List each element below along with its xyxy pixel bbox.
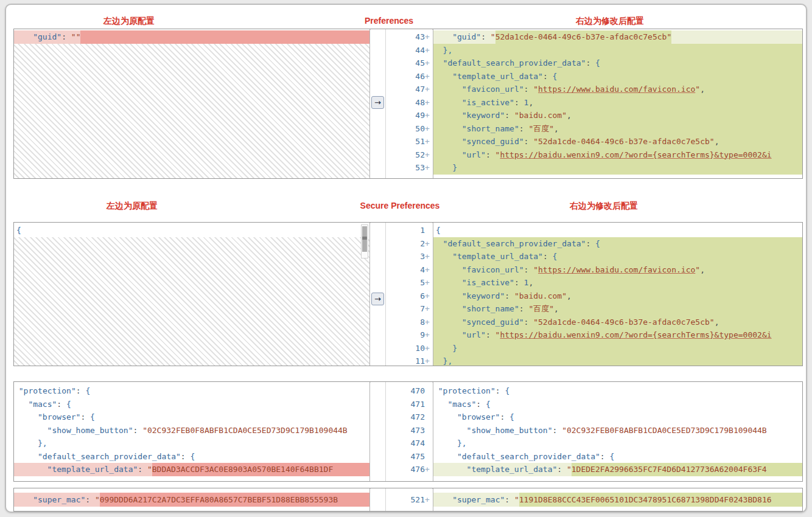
code-line: }, xyxy=(14,437,369,450)
line-number-gutter: 470471472473474475476+ xyxy=(371,382,432,481)
label-right-modified: 右边为修改后配置 xyxy=(549,200,659,212)
line-number: 44+ xyxy=(371,44,432,57)
code-line: "synced_guid": "52da1cde-0464-49c6-b37e-… xyxy=(433,135,802,148)
line-number: 474 xyxy=(371,437,432,450)
line-number: 476+ xyxy=(371,463,432,476)
code-line: "url": "https://baidu.wenxin9.com/?word=… xyxy=(433,328,802,342)
empty-region-hatch xyxy=(14,44,369,179)
code-line: "default_search_provider_data": { xyxy=(433,450,802,463)
line-number: 4+ xyxy=(371,263,432,277)
label-left-original: 左边为原配置 xyxy=(77,200,187,212)
label-left-original: 左边为原配置 xyxy=(74,15,184,27)
line-number: 2+ xyxy=(371,237,432,251)
line-number: 9+ xyxy=(371,328,432,342)
code-line: "guid": "" xyxy=(14,30,369,44)
inline-diff-fill xyxy=(333,463,369,476)
line-number: 52+ xyxy=(371,148,432,162)
code-line: } xyxy=(433,161,802,175)
code-line: "show_home_button": "02C932FEB0F8ABFB1CD… xyxy=(14,424,369,437)
code-line: } xyxy=(433,342,802,355)
line-number: 11+ xyxy=(371,355,432,368)
line-number: 8+ xyxy=(371,316,432,329)
code-line: { xyxy=(14,224,369,237)
original-pane: { xyxy=(14,223,370,366)
line-number-gutter: 521+ xyxy=(371,488,432,511)
code-line: "synced_guid": "52da1cde-0464-49c6-b37e-… xyxy=(433,316,802,329)
line-number: 47+ xyxy=(371,83,432,96)
code-line: { xyxy=(433,224,802,237)
line-number: 45+ xyxy=(371,57,432,70)
original-pane: "super_mac": "099DDD6A217C2A7DC3EFFA80A8… xyxy=(14,488,370,511)
label-right-modified: 右边为修改后配置 xyxy=(555,15,665,27)
diff-panel-protection-macs: "protection": {"macs": {"browser": {"sho… xyxy=(13,381,803,482)
line-number: 3+ xyxy=(371,250,432,263)
code-line: }, xyxy=(433,44,802,57)
file-title-preferences: Preferences xyxy=(334,15,444,27)
code-line: }, xyxy=(433,355,802,366)
empty-region-hatch xyxy=(14,237,369,366)
line-number: 470 xyxy=(371,384,432,398)
diff-panel-super-mac: "super_mac": "099DDD6A217C2A7DC3EFFA80A8… xyxy=(13,488,803,512)
line-number: 472 xyxy=(371,411,432,424)
line-number: 10+ xyxy=(371,342,432,355)
line-number: 46+ xyxy=(371,70,432,83)
code-line: "browser": { xyxy=(14,411,369,424)
modified-pane: "protection": {"macs": {"browser": {"sho… xyxy=(433,382,802,481)
code-line: "browser": { xyxy=(433,411,802,424)
diff-compare-card: 左边为原配置 Preferences 右边为修改后配置 "guid": "" 4… xyxy=(5,4,807,513)
code-line: "url": "https://baidu.wenxin9.com/?word=… xyxy=(433,148,802,162)
code-line: "template_url_data": { xyxy=(433,250,802,263)
line-number: 51+ xyxy=(371,135,432,148)
line-number: 473 xyxy=(371,424,432,437)
line-number: 50+ xyxy=(371,122,432,136)
code-line: }, xyxy=(433,437,802,450)
inline-diff-fill xyxy=(338,493,369,507)
code-line: "template_url_data": "1DEDE2FA2996635FC7… xyxy=(433,463,802,476)
line-number: 475 xyxy=(371,450,432,463)
code-line: "default_search_provider_data": { xyxy=(433,237,802,251)
line-number: 49+ xyxy=(371,109,432,122)
code-line: "keyword": "baidu.com", xyxy=(433,109,802,122)
line-number: 5+ xyxy=(371,276,432,290)
file-title-secure-preferences: Secure Preferences xyxy=(345,200,455,212)
code-line: "protection": { xyxy=(14,384,369,398)
scrollbar-thumb[interactable] xyxy=(362,226,367,252)
code-line: "template_url_data": "BDDAD3ACCDF3AC0E89… xyxy=(14,463,369,476)
code-line: "show_home_button": "02C932FEB0F8ABFB1CD… xyxy=(433,424,802,437)
code-line: "protection": { xyxy=(433,384,802,398)
code-line: "short_name": "百度", xyxy=(433,302,802,316)
inline-diff-fill xyxy=(772,493,802,507)
line-number: 521+ xyxy=(371,493,432,507)
code-line: "favicon_url": "https://www.baidu.com/fa… xyxy=(433,263,802,277)
diff-panel-secure-preferences: { 12+3+4+5+6+7+8+9+10+11+ {"default_sear… xyxy=(13,222,803,366)
diff-panel-preferences: "guid": "" 43+44+45+46+47+48+49+50+51+52… xyxy=(13,29,803,179)
modified-pane: "super_mac": "1191D8E88CCC43EF0065101DC3… xyxy=(433,488,802,511)
code-line: "macs": { xyxy=(14,398,369,411)
modified-pane: "guid": "52da1cde-0464-49c6-b37e-afdac0c… xyxy=(433,29,802,178)
merge-arrow-button[interactable]: → xyxy=(371,293,384,305)
code-line: "guid": "52da1cde-0464-49c6-b37e-afdac0c… xyxy=(433,30,802,44)
code-line: "macs": { xyxy=(433,398,802,411)
merge-arrow-button[interactable]: → xyxy=(371,96,384,109)
code-line: "keyword": "baidu.com", xyxy=(433,290,802,303)
line-number: 1 xyxy=(371,224,432,237)
code-line: "favicon_url": "https://www.baidu.com/fa… xyxy=(433,83,802,96)
original-pane: "guid": "" xyxy=(14,29,370,178)
code-line: "template_url_data": { xyxy=(433,70,802,83)
original-pane: "protection": {"macs": {"browser": {"sho… xyxy=(14,382,370,481)
line-number: 471 xyxy=(371,398,432,411)
code-line: "super_mac": "099DDD6A217C2A7DC3EFFA80A8… xyxy=(14,493,369,507)
code-line: "default_search_provider_data": { xyxy=(433,57,802,70)
left-pane-scrollbar[interactable] xyxy=(361,224,368,258)
inline-diff-fill xyxy=(767,463,802,476)
code-line: "short_name": "百度", xyxy=(433,122,802,136)
line-number: 43+ xyxy=(371,30,432,44)
code-line: "super_mac": "1191D8E88CCC43EF0065101DC3… xyxy=(433,493,802,507)
modified-pane: {"default_search_provider_data": {"templ… xyxy=(433,223,802,366)
code-line: "default_search_provider_data": { xyxy=(14,450,369,463)
code-line: "is_active": 1, xyxy=(433,96,802,109)
code-line: "is_active": 1, xyxy=(433,276,802,290)
line-number: 53+ xyxy=(371,161,432,175)
inline-diff-fill xyxy=(80,30,369,44)
